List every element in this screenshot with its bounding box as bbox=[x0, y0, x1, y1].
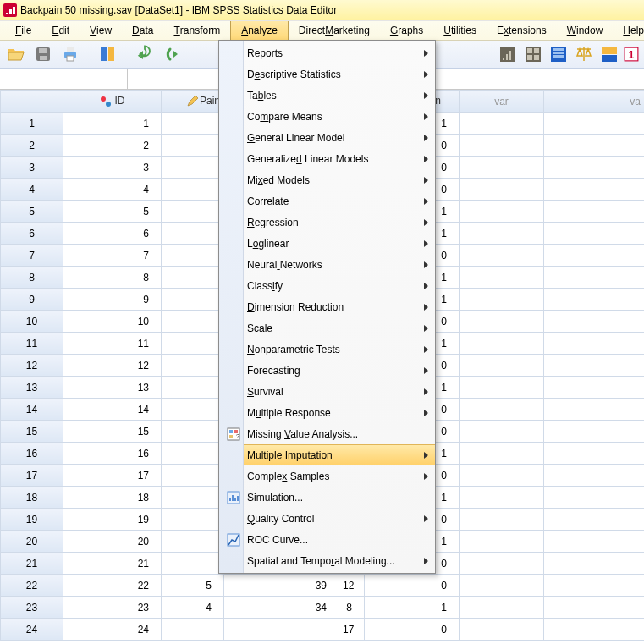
cell-var[interactable] bbox=[460, 201, 544, 223]
cell-pain[interactable] bbox=[162, 377, 224, 399]
cell-var[interactable] bbox=[460, 575, 544, 597]
cell-id[interactable]: 19 bbox=[63, 509, 162, 531]
cell-v2[interactable] bbox=[544, 487, 645, 509]
cell-id[interactable]: 1 bbox=[63, 113, 162, 135]
cell-v2[interactable] bbox=[544, 465, 645, 487]
row-number[interactable]: 5 bbox=[1, 201, 63, 223]
cell-id[interactable]: 5 bbox=[63, 201, 162, 223]
cell-id[interactable]: 7 bbox=[63, 245, 162, 267]
cell-var[interactable] bbox=[460, 267, 544, 289]
cell-var[interactable] bbox=[460, 179, 544, 201]
col-header-var[interactable]: var bbox=[460, 91, 544, 113]
cell-var[interactable] bbox=[460, 597, 544, 619]
cell-pain[interactable] bbox=[162, 509, 224, 531]
cell-pain[interactable] bbox=[162, 355, 224, 377]
cell-pain[interactable] bbox=[162, 465, 224, 487]
cell-id[interactable]: 3 bbox=[63, 157, 162, 179]
analyze-menu-roc-curve[interactable]: ROC Curve... bbox=[244, 529, 435, 550]
analyze-menu-descriptive-statistics[interactable]: Descriptive Statistics bbox=[244, 63, 435, 85]
cell-id[interactable]: 11 bbox=[63, 333, 162, 355]
cell-var[interactable] bbox=[460, 399, 544, 421]
cell-v2[interactable] bbox=[544, 245, 645, 267]
cell-h[interactable]: 17 bbox=[339, 619, 365, 641]
cell-pain[interactable] bbox=[162, 531, 224, 553]
row-number[interactable]: 8 bbox=[1, 267, 63, 289]
cell-h[interactable]: 12 bbox=[339, 575, 365, 597]
cell-v2[interactable] bbox=[544, 113, 645, 135]
analyze-menu-complex-samples[interactable]: Complex Samples bbox=[244, 465, 435, 487]
cell-id[interactable]: 16 bbox=[63, 443, 162, 465]
cell-id[interactable]: 13 bbox=[63, 377, 162, 399]
cell-var[interactable] bbox=[460, 355, 544, 377]
analyze-menu-neural-networks[interactable]: Neural Networks bbox=[244, 254, 435, 275]
cell-id[interactable]: 9 bbox=[63, 289, 162, 311]
cell-v2[interactable] bbox=[544, 355, 645, 377]
cell-pain[interactable] bbox=[162, 487, 224, 509]
undo-button[interactable] bbox=[134, 43, 156, 65]
cell-pain[interactable] bbox=[162, 201, 224, 223]
cell-v2[interactable] bbox=[544, 333, 645, 355]
cell-var[interactable] bbox=[460, 223, 544, 245]
cell-var[interactable] bbox=[460, 487, 544, 509]
menu-data[interactable]: Data bbox=[122, 21, 163, 40]
cell-id[interactable]: 22 bbox=[63, 575, 162, 597]
row-number[interactable]: 24 bbox=[1, 619, 63, 641]
cell-id[interactable]: 15 bbox=[63, 421, 162, 443]
menu-analyze[interactable]: Analyze bbox=[230, 21, 289, 40]
menu-utilities[interactable]: Utilities bbox=[433, 21, 487, 40]
cell-var[interactable] bbox=[460, 443, 544, 465]
row-number[interactable]: 17 bbox=[1, 465, 63, 487]
cell-pain[interactable] bbox=[162, 333, 224, 355]
cell-pain[interactable] bbox=[162, 223, 224, 245]
cell-v2[interactable] bbox=[544, 267, 645, 289]
weight-button[interactable] bbox=[573, 43, 595, 65]
row-number[interactable]: 16 bbox=[1, 443, 63, 465]
analyze-menu-general-linear-model[interactable]: General Linear Model bbox=[244, 127, 435, 148]
corner-cell[interactable] bbox=[1, 91, 63, 113]
row-number[interactable]: 9 bbox=[1, 289, 63, 311]
cell-pain[interactable]: 4 bbox=[162, 597, 224, 619]
cell-v2[interactable] bbox=[544, 531, 645, 553]
cell-v2[interactable] bbox=[544, 201, 645, 223]
cell-id[interactable]: 4 bbox=[63, 179, 162, 201]
cell-var[interactable] bbox=[460, 553, 544, 575]
cell-id[interactable]: 2 bbox=[63, 135, 162, 157]
row-number[interactable]: 3 bbox=[1, 157, 63, 179]
menu-direct-marketing[interactable]: Direct Marketing bbox=[289, 21, 380, 40]
cell-radiation[interactable]: 0 bbox=[365, 575, 460, 597]
row-number[interactable]: 4 bbox=[1, 179, 63, 201]
analyze-menu-scale[interactable]: Scale bbox=[244, 317, 435, 339]
row-number[interactable]: 2 bbox=[1, 135, 63, 157]
row-number[interactable]: 7 bbox=[1, 245, 63, 267]
analyze-menu-nonparametric-tests[interactable]: Nonparametric Tests bbox=[244, 339, 435, 360]
analyze-menu-survival[interactable]: Survival bbox=[244, 381, 435, 402]
row-number[interactable]: 11 bbox=[1, 333, 63, 355]
cell-pain[interactable] bbox=[162, 443, 224, 465]
menu-transform[interactable]: Transform bbox=[163, 21, 230, 40]
chart-button-1[interactable] bbox=[497, 43, 519, 65]
cell-v2[interactable] bbox=[544, 289, 645, 311]
analyze-menu-multiple-response[interactable]: Multiple Response bbox=[244, 402, 435, 423]
col-header-id[interactable]: ID bbox=[63, 91, 162, 113]
cell-pain[interactable] bbox=[162, 135, 224, 157]
cell-var[interactable] bbox=[460, 421, 544, 443]
row-number[interactable]: 21 bbox=[1, 553, 63, 575]
analyze-menu-simulation[interactable]: Simulation... bbox=[244, 487, 435, 508]
cell-id[interactable]: 20 bbox=[63, 531, 162, 553]
cell-h[interactable]: 8 bbox=[339, 597, 365, 619]
analyze-menu-dimension-reduction[interactable]: Dimension Reduction bbox=[244, 296, 435, 317]
cell-id[interactable]: 24 bbox=[63, 619, 162, 641]
cell-id[interactable]: 6 bbox=[63, 223, 162, 245]
analyze-menu-multiple-imputation[interactable]: Multiple Imputation bbox=[244, 444, 435, 465]
cell-var[interactable] bbox=[460, 113, 544, 135]
menu-extensions[interactable]: Extensions bbox=[487, 21, 557, 40]
cell-v2[interactable] bbox=[544, 179, 645, 201]
cell-pain[interactable] bbox=[162, 179, 224, 201]
cell-var[interactable] bbox=[460, 311, 544, 333]
row-number[interactable]: 20 bbox=[1, 531, 63, 553]
cell-pain[interactable] bbox=[162, 289, 224, 311]
cell-id[interactable]: 10 bbox=[63, 311, 162, 333]
redo-button[interactable] bbox=[161, 43, 183, 65]
cell-hidden1[interactable] bbox=[224, 619, 339, 641]
cell-var[interactable] bbox=[460, 289, 544, 311]
